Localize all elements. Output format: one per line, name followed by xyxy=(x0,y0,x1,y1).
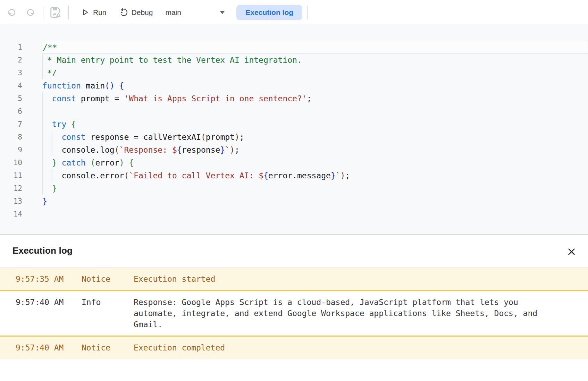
code-line[interactable]: 11 console.error(`Failed to call Vertex … xyxy=(0,169,588,182)
code-line[interactable]: 2 * Main entry point to test the Vertex … xyxy=(0,54,588,67)
code-editor[interactable]: 1/**2 * Main entry point to test the Ver… xyxy=(0,25,588,235)
code-token-b2: } xyxy=(52,158,57,167)
code-text[interactable]: console.error(`Failed to call Vertex AI:… xyxy=(42,169,588,182)
toolbar-divider xyxy=(43,6,43,19)
code-line[interactable]: 9 console.log(`Response: ${response}`); xyxy=(0,144,588,156)
code-token-plain: console.error xyxy=(42,171,124,180)
code-token-plain: console.log xyxy=(42,145,115,154)
log-entry: 9:57:40 AMNoticeExecution completed xyxy=(0,336,588,359)
line-number[interactable]: 12 xyxy=(0,182,22,195)
code-token-b3: ) xyxy=(235,133,240,142)
code-line[interactable]: 3 */ xyxy=(0,67,588,79)
code-token-keyword: const xyxy=(52,94,76,103)
code-text[interactable]: */ xyxy=(42,67,588,79)
code-token-b1: } xyxy=(42,197,47,206)
close-icon xyxy=(567,247,576,256)
redo-button[interactable] xyxy=(23,5,38,20)
undo-button[interactable] xyxy=(4,5,19,20)
code-line[interactable]: 1/** xyxy=(0,41,588,54)
execution-log-button[interactable]: Execution log xyxy=(236,5,302,20)
code-token-plain xyxy=(66,120,71,129)
code-token-plain: error xyxy=(95,158,119,167)
code-token-string: 'What is Apps Script in one sentence?' xyxy=(124,94,306,103)
code-token-b2: ( xyxy=(91,158,95,167)
code-text[interactable]: function main() { xyxy=(42,79,588,92)
log-entry: 9:57:40 AMInfoResponse: Google Apps Scri… xyxy=(0,291,588,336)
debug-button[interactable]: Debug xyxy=(119,8,153,17)
code-area: 1/**2 * Main entry point to test the Ver… xyxy=(0,41,588,221)
code-line[interactable]: 10 } catch (error) { xyxy=(0,156,588,169)
redo-icon xyxy=(26,8,35,17)
code-token-keyword: const xyxy=(61,133,85,142)
line-number[interactable]: 7 xyxy=(0,118,22,131)
code-token-b3: ( xyxy=(115,145,119,154)
code-line[interactable]: 7 try { xyxy=(0,118,588,131)
code-text[interactable]: console.log(`Response: ${response}`); xyxy=(42,144,588,156)
log-list: 9:57:35 AMNoticeExecution started9:57:40… xyxy=(0,268,588,359)
code-token-comment: * Main entry point to test the Vertex AI… xyxy=(42,56,302,65)
line-number[interactable]: 1 xyxy=(0,41,22,54)
code-line[interactable]: 4function main() { xyxy=(0,79,588,92)
debug-label: Debug xyxy=(132,8,153,17)
code-line[interactable]: 6 xyxy=(0,105,588,118)
line-number[interactable]: 10 xyxy=(0,156,22,169)
code-token-plain: ; xyxy=(240,133,244,142)
toolbar: Run Debug main Execution log xyxy=(0,0,588,25)
code-token-plain: prompt xyxy=(206,133,235,142)
log-message: Execution started xyxy=(134,273,548,285)
execution-log-title: Execution log xyxy=(12,245,73,256)
line-number[interactable]: 3 xyxy=(0,67,22,79)
code-text[interactable] xyxy=(42,208,588,221)
line-number[interactable]: 8 xyxy=(0,131,22,144)
close-button[interactable] xyxy=(565,245,578,258)
code-text[interactable] xyxy=(42,105,588,118)
line-number[interactable]: 5 xyxy=(0,92,22,105)
code-line[interactable]: 13} xyxy=(0,195,588,208)
function-selector[interactable]: main xyxy=(165,8,225,17)
line-number[interactable]: 14 xyxy=(0,208,22,221)
run-button[interactable]: Run xyxy=(81,8,107,17)
line-number[interactable]: 2 xyxy=(0,54,22,67)
code-token-b3: ) xyxy=(341,171,345,180)
code-line[interactable]: 12 } xyxy=(0,182,588,195)
code-token-b3: ( xyxy=(201,133,206,142)
line-number[interactable]: 9 xyxy=(0,144,22,156)
code-token-string: `Response: $ xyxy=(119,145,177,154)
code-text[interactable]: } xyxy=(42,182,588,195)
undo-icon xyxy=(7,8,16,17)
toolbar-divider xyxy=(230,6,230,19)
code-token-plain xyxy=(42,94,52,103)
code-token-plain xyxy=(124,158,129,167)
line-number[interactable]: 13 xyxy=(0,195,22,208)
code-text[interactable]: } catch (error) { xyxy=(42,156,588,169)
function-selector-value: main xyxy=(165,8,181,17)
code-token-b2: ) xyxy=(119,158,124,167)
code-token-string: ` xyxy=(225,145,230,154)
code-line[interactable]: 14 xyxy=(0,208,588,221)
code-token-keyword: function xyxy=(42,81,81,90)
log-level: Notice xyxy=(82,273,134,285)
code-token-b2: } xyxy=(52,184,57,193)
code-text[interactable]: /** xyxy=(42,41,588,54)
execution-log-header: Execution log xyxy=(0,235,588,268)
code-text[interactable]: const prompt = 'What is Apps Script in o… xyxy=(42,92,588,105)
line-number[interactable]: 6 xyxy=(0,105,22,118)
code-line[interactable]: 8 const response = callVertexAI(prompt); xyxy=(0,131,588,144)
save-button[interactable] xyxy=(48,5,64,20)
code-token-plain: error.message xyxy=(268,171,331,180)
code-text[interactable]: * Main entry point to test the Vertex AI… xyxy=(42,54,588,67)
code-token-comment: /** xyxy=(43,43,57,52)
code-line[interactable]: 5 const prompt = 'What is Apps Script in… xyxy=(0,92,588,105)
code-token-b1: { xyxy=(263,171,268,180)
line-number[interactable]: 11 xyxy=(0,169,22,182)
code-text[interactable]: try { xyxy=(42,118,588,131)
log-level: Notice xyxy=(82,342,134,353)
code-token-plain: response xyxy=(182,145,220,154)
code-text[interactable]: } xyxy=(42,195,588,208)
line-number[interactable]: 4 xyxy=(0,79,22,92)
code-text[interactable]: const response = callVertexAI(prompt); xyxy=(42,131,588,144)
code-token-plain: prompt = xyxy=(76,94,124,103)
toolbar-divider xyxy=(307,6,308,19)
code-token-plain: ; xyxy=(307,94,312,103)
chevron-down-icon xyxy=(220,11,225,14)
